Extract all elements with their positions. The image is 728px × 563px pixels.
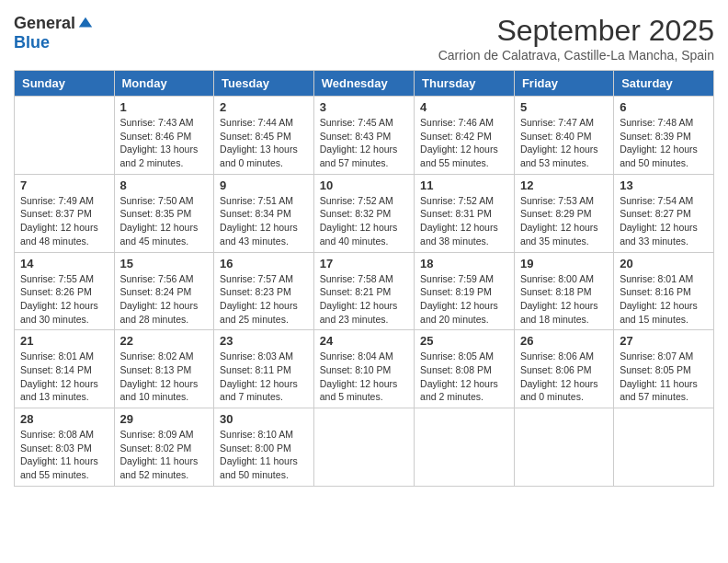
- calendar-cell: 8Sunrise: 7:50 AMSunset: 8:35 PMDaylight…: [114, 174, 214, 252]
- calendar-cell: 9Sunrise: 7:51 AMSunset: 8:34 PMDaylight…: [214, 174, 314, 252]
- day-number: 14: [20, 257, 108, 270]
- calendar-cell: 28Sunrise: 8:08 AMSunset: 8:03 PMDayligh…: [15, 408, 115, 487]
- day-detail: Sunrise: 8:05 AMSunset: 8:08 PMDaylight:…: [420, 350, 508, 404]
- day-detail: Sunrise: 8:01 AMSunset: 8:16 PMDaylight:…: [620, 272, 708, 327]
- month-title: September 2025: [438, 14, 714, 48]
- weekday-header: Tuesday: [214, 71, 314, 97]
- calendar-cell: 10Sunrise: 7:52 AMSunset: 8:32 PMDayligh…: [313, 174, 414, 252]
- page-header: General Blue September 2025 Carrion de C…: [14, 14, 714, 63]
- day-detail: Sunrise: 7:46 AMSunset: 8:42 PMDaylight:…: [420, 116, 508, 170]
- day-detail: Sunrise: 7:58 AMSunset: 8:21 PMDaylight:…: [320, 272, 408, 327]
- day-number: 22: [120, 334, 209, 348]
- calendar-cell: 3Sunrise: 7:45 AMSunset: 8:43 PMDaylight…: [313, 97, 414, 175]
- calendar-cell: 18Sunrise: 7:59 AMSunset: 8:19 PMDayligh…: [415, 252, 515, 330]
- day-number: 2: [220, 100, 308, 114]
- day-number: 18: [420, 257, 508, 270]
- calendar-header-row: SundayMondayTuesdayWednesdayThursdayFrid…: [15, 71, 714, 97]
- day-number: 21: [20, 334, 108, 348]
- calendar-cell: 26Sunrise: 8:06 AMSunset: 8:06 PMDayligh…: [514, 330, 613, 408]
- calendar-week-row: 1Sunrise: 7:43 AMSunset: 8:46 PMDaylight…: [15, 97, 714, 175]
- calendar-cell: 11Sunrise: 7:52 AMSunset: 8:31 PMDayligh…: [415, 174, 515, 252]
- calendar-table: SundayMondayTuesdayWednesdayThursdayFrid…: [14, 70, 714, 487]
- day-detail: Sunrise: 8:03 AMSunset: 8:11 PMDaylight:…: [220, 350, 308, 404]
- day-number: 16: [220, 257, 308, 270]
- calendar-week-row: 21Sunrise: 8:01 AMSunset: 8:14 PMDayligh…: [15, 330, 714, 408]
- calendar-cell: 23Sunrise: 8:03 AMSunset: 8:11 PMDayligh…: [214, 330, 314, 408]
- calendar-cell: 7Sunrise: 7:49 AMSunset: 8:37 PMDaylight…: [15, 174, 115, 252]
- day-number: 29: [120, 412, 209, 426]
- day-number: 26: [520, 334, 608, 348]
- day-detail: Sunrise: 7:56 AMSunset: 8:24 PMDaylight:…: [120, 272, 209, 327]
- day-number: 6: [620, 100, 708, 114]
- day-detail: Sunrise: 7:59 AMSunset: 8:19 PMDaylight:…: [420, 272, 508, 327]
- day-detail: Sunrise: 8:09 AMSunset: 8:02 PMDaylight:…: [120, 428, 209, 482]
- weekday-header: Monday: [114, 71, 214, 97]
- day-detail: Sunrise: 7:52 AMSunset: 8:31 PMDaylight:…: [420, 194, 508, 248]
- day-number: 25: [420, 334, 508, 348]
- day-detail: Sunrise: 7:53 AMSunset: 8:29 PMDaylight:…: [520, 194, 608, 248]
- calendar-cell: [415, 408, 515, 487]
- weekday-header: Wednesday: [313, 71, 414, 97]
- weekday-header: Thursday: [415, 71, 515, 97]
- title-section: September 2025 Carrion de Calatrava, Cas…: [438, 14, 714, 63]
- day-detail: Sunrise: 7:49 AMSunset: 8:37 PMDaylight:…: [20, 194, 108, 248]
- day-detail: Sunrise: 7:54 AMSunset: 8:27 PMDaylight:…: [620, 194, 708, 248]
- day-number: 5: [520, 100, 608, 114]
- day-number: 24: [320, 334, 408, 348]
- day-number: 9: [220, 178, 308, 192]
- day-detail: Sunrise: 8:08 AMSunset: 8:03 PMDaylight:…: [20, 428, 108, 482]
- calendar-cell: [313, 408, 414, 487]
- day-detail: Sunrise: 7:52 AMSunset: 8:32 PMDaylight:…: [320, 194, 408, 248]
- day-detail: Sunrise: 7:55 AMSunset: 8:26 PMDaylight:…: [20, 272, 108, 327]
- day-detail: Sunrise: 7:43 AMSunset: 8:46 PMDaylight:…: [120, 116, 209, 170]
- day-number: 13: [620, 178, 708, 192]
- calendar-cell: 14Sunrise: 7:55 AMSunset: 8:26 PMDayligh…: [15, 252, 115, 330]
- calendar-cell: 25Sunrise: 8:05 AMSunset: 8:08 PMDayligh…: [415, 330, 515, 408]
- calendar-cell: 17Sunrise: 7:58 AMSunset: 8:21 PMDayligh…: [313, 252, 414, 330]
- calendar-cell: 22Sunrise: 8:02 AMSunset: 8:13 PMDayligh…: [114, 330, 214, 408]
- day-number: 12: [520, 178, 608, 192]
- day-number: 23: [220, 334, 308, 348]
- calendar-cell: [15, 97, 115, 175]
- calendar-cell: 5Sunrise: 7:47 AMSunset: 8:40 PMDaylight…: [514, 97, 613, 175]
- calendar-week-row: 14Sunrise: 7:55 AMSunset: 8:26 PMDayligh…: [15, 252, 714, 330]
- day-number: 27: [620, 334, 708, 348]
- day-number: 10: [320, 178, 408, 192]
- day-detail: Sunrise: 7:57 AMSunset: 8:23 PMDaylight:…: [220, 272, 308, 327]
- day-number: 17: [320, 257, 408, 270]
- day-detail: Sunrise: 7:44 AMSunset: 8:45 PMDaylight:…: [220, 116, 308, 170]
- weekday-header: Friday: [514, 71, 613, 97]
- calendar-cell: 4Sunrise: 7:46 AMSunset: 8:42 PMDaylight…: [415, 97, 515, 175]
- logo-icon: [77, 16, 94, 32]
- day-number: 1: [120, 100, 209, 114]
- calendar-cell: 19Sunrise: 8:00 AMSunset: 8:18 PMDayligh…: [514, 252, 613, 330]
- calendar-cell: 24Sunrise: 8:04 AMSunset: 8:10 PMDayligh…: [313, 330, 414, 408]
- location-subtitle: Carrion de Calatrava, Castille-La Mancha…: [438, 48, 714, 63]
- weekday-header: Sunday: [15, 71, 115, 97]
- calendar-cell: 20Sunrise: 8:01 AMSunset: 8:16 PMDayligh…: [614, 252, 714, 330]
- calendar-cell: 27Sunrise: 8:07 AMSunset: 8:05 PMDayligh…: [614, 330, 714, 408]
- day-detail: Sunrise: 8:06 AMSunset: 8:06 PMDaylight:…: [520, 350, 608, 404]
- calendar-cell: 30Sunrise: 8:10 AMSunset: 8:00 PMDayligh…: [214, 408, 314, 487]
- day-number: 28: [20, 412, 108, 426]
- day-number: 4: [420, 100, 508, 114]
- logo-general-text: General: [14, 14, 75, 33]
- calendar-week-row: 7Sunrise: 7:49 AMSunset: 8:37 PMDaylight…: [15, 174, 714, 252]
- day-detail: Sunrise: 8:04 AMSunset: 8:10 PMDaylight:…: [320, 350, 408, 404]
- calendar-cell: 21Sunrise: 8:01 AMSunset: 8:14 PMDayligh…: [15, 330, 115, 408]
- day-number: 3: [320, 100, 408, 114]
- day-detail: Sunrise: 8:10 AMSunset: 8:00 PMDaylight:…: [220, 428, 308, 482]
- calendar-cell: 1Sunrise: 7:43 AMSunset: 8:46 PMDaylight…: [114, 97, 214, 175]
- calendar-cell: 16Sunrise: 7:57 AMSunset: 8:23 PMDayligh…: [214, 252, 314, 330]
- calendar-cell: [514, 408, 613, 487]
- day-number: 19: [520, 257, 608, 270]
- day-detail: Sunrise: 8:00 AMSunset: 8:18 PMDaylight:…: [520, 272, 608, 327]
- svg-marker-0: [79, 17, 92, 27]
- calendar-cell: 12Sunrise: 7:53 AMSunset: 8:29 PMDayligh…: [514, 174, 613, 252]
- calendar-cell: 29Sunrise: 8:09 AMSunset: 8:02 PMDayligh…: [114, 408, 214, 487]
- day-detail: Sunrise: 7:50 AMSunset: 8:35 PMDaylight:…: [120, 194, 209, 248]
- day-detail: Sunrise: 7:51 AMSunset: 8:34 PMDaylight:…: [220, 194, 308, 248]
- calendar-cell: [614, 408, 714, 487]
- day-number: 8: [120, 178, 209, 192]
- day-detail: Sunrise: 8:07 AMSunset: 8:05 PMDaylight:…: [620, 350, 708, 404]
